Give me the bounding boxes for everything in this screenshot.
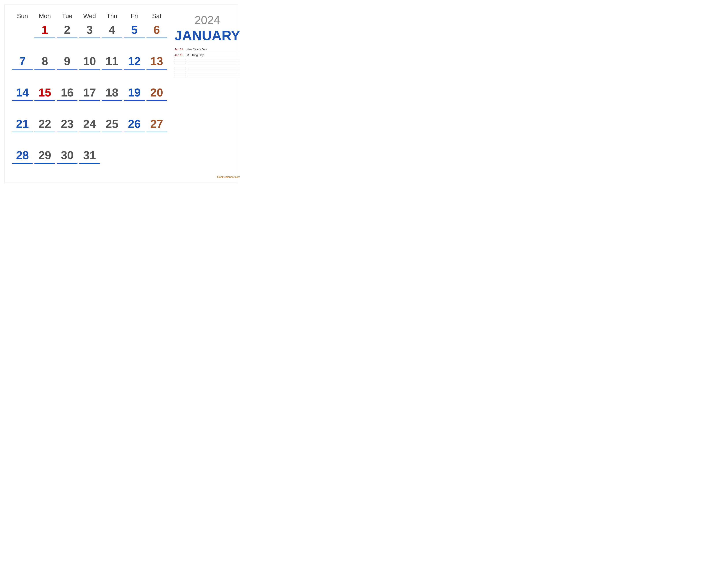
underline-cell [79, 132, 100, 132]
underline-cell [34, 100, 55, 101]
note-row [174, 63, 240, 63]
underline-cell [146, 100, 167, 101]
date-cell: 7 [11, 53, 34, 68]
underline-cell [79, 38, 100, 38]
note-date-line [174, 63, 186, 63]
date-cell: 30 [56, 147, 78, 162]
holiday-row: Jan 01New Year's Day [174, 48, 240, 52]
note-row [174, 73, 240, 73]
date-cell: 1 [34, 22, 56, 37]
underline-cell [102, 100, 122, 101]
weeks-container: 1234567891011121314151617181920212223242… [11, 22, 168, 179]
note-date-line [174, 59, 186, 59]
date-cell: 23 [56, 116, 78, 131]
day-header: Sat [146, 11, 168, 21]
week-underline [11, 132, 168, 132]
underline-cell [57, 132, 77, 132]
holidays-section: Jan 01New Year's DayJan 15M L King Day [174, 48, 240, 59]
calendar-container: SunMonTueWedThuFriSat 123456789101112131… [4, 4, 238, 183]
calendar-left: SunMonTueWedThuFriSat 123456789101112131… [11, 11, 168, 179]
underline-cell [12, 132, 33, 132]
week-dates: 21222324252627 [11, 116, 168, 131]
underline-cell [79, 163, 100, 164]
note-row [174, 69, 240, 69]
note-row [174, 59, 240, 59]
date-cell: 28 [11, 147, 34, 162]
underline-cell [12, 100, 33, 101]
underline-cell [12, 163, 33, 164]
month-label: JANUARY [174, 28, 240, 43]
week-row: 28293031 [11, 147, 168, 179]
date-cell: 15 [34, 85, 56, 100]
note-row [174, 65, 240, 65]
note-date-line [174, 69, 186, 69]
underline-cell [34, 38, 55, 38]
underline-cell [146, 132, 167, 132]
underline-cell [12, 69, 33, 70]
date-cell: 12 [123, 53, 145, 68]
note-text-line [188, 77, 240, 77]
date-cell: 4 [101, 22, 123, 37]
day-header: Mon [34, 11, 56, 21]
date-cell: 31 [78, 147, 101, 162]
underline-cell [102, 69, 122, 70]
underline-cell [124, 163, 144, 164]
date-cell: 26 [123, 116, 145, 131]
underline-cell [146, 38, 167, 38]
underline-cell [146, 69, 167, 70]
note-row [174, 71, 240, 71]
day-header: Wed [78, 11, 101, 21]
week-row: 14151617181920 [11, 85, 168, 116]
week-underline [11, 69, 168, 70]
note-date-line [174, 77, 186, 77]
date-cell: 25 [101, 116, 123, 131]
date-cell: 8 [34, 53, 56, 68]
date-cell: 6 [146, 22, 168, 37]
note-row [174, 75, 240, 75]
underline-cell [124, 132, 144, 132]
holiday-name: New Year's Day [187, 48, 207, 51]
date-cell: 27 [146, 116, 168, 131]
week-row: 123456 [11, 22, 168, 53]
date-cell: 2 [56, 22, 78, 37]
underline-cell [34, 132, 55, 132]
watermark: blank-calendar.com [174, 175, 240, 179]
note-text-line [188, 69, 240, 69]
notes-section [174, 59, 240, 175]
calendar-right: 2024 JANUARY Jan 01New Year's DayJan 15M… [168, 11, 240, 179]
week-dates: 123456 [11, 22, 168, 37]
date-cell: 10 [78, 53, 101, 68]
underline-cell [124, 100, 144, 101]
note-text-line [188, 63, 240, 63]
holiday-name: M L King Day [187, 53, 204, 57]
week-row: 21222324252627 [11, 116, 168, 147]
underline-cell [57, 163, 77, 164]
note-text-line [188, 73, 240, 73]
date-cell: 18 [101, 85, 123, 100]
underline-cell [102, 38, 122, 38]
note-text-line [188, 61, 240, 61]
day-header: Sun [11, 11, 34, 21]
date-cell: 19 [123, 85, 145, 100]
note-date-line [174, 71, 186, 71]
note-text-line [188, 59, 240, 59]
date-cell: 24 [78, 116, 101, 131]
day-header: Thu [101, 11, 123, 21]
underline-cell [124, 69, 144, 70]
underline-cell [79, 100, 100, 101]
date-cell: 20 [146, 85, 168, 100]
date-cell: 13 [146, 53, 168, 68]
underline-cell [57, 69, 77, 70]
note-date-line [174, 61, 186, 61]
week-underline [11, 100, 168, 101]
day-header: Fri [123, 11, 145, 21]
underline-cell [34, 163, 55, 164]
underline-cell [124, 38, 144, 38]
week-underline [11, 38, 168, 38]
note-text-line [188, 67, 240, 67]
underline-cell [57, 100, 77, 101]
underline-cell [146, 163, 167, 164]
date-cell: 29 [34, 147, 56, 162]
underline-cell [102, 132, 122, 132]
date-cell: 9 [56, 53, 78, 68]
